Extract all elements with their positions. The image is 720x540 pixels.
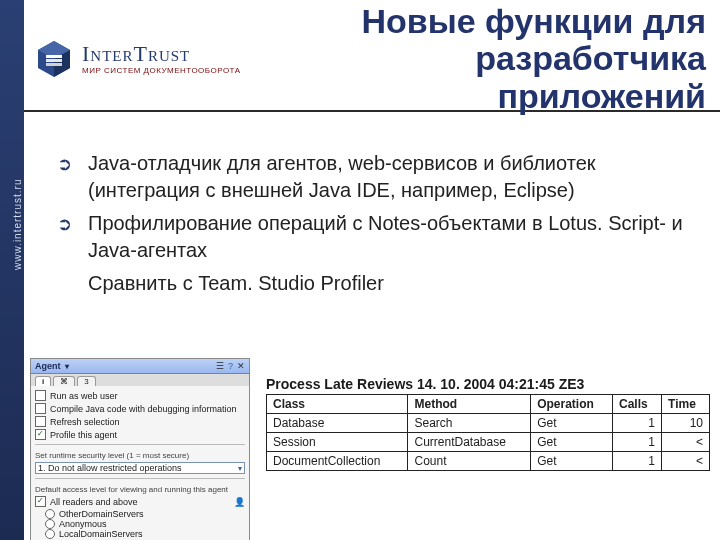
cell-operation: Get [531, 452, 613, 471]
bullet-sub-note: Сравнить с Team. Studio Profiler [88, 270, 700, 297]
row-compile-java-debug[interactable]: Compile Java code with debugging informa… [35, 403, 245, 414]
agent-properties-panel: Agent ▾ ☰ ? ✕ i ⌘ 3 Run as web user Comp… [30, 358, 250, 540]
svg-rect-3 [46, 55, 62, 58]
readers-list: OtherDomainServers Anonymous LocalDomain… [35, 509, 245, 539]
intertrust-logo-icon [34, 39, 74, 79]
title-line-1: Новые функции для [361, 2, 706, 40]
cell-time: 10 [662, 414, 710, 433]
col-operation: Operation [531, 395, 613, 414]
row-profile-this-agent[interactable]: Profile this agent [35, 429, 245, 440]
col-time: Time [662, 395, 710, 414]
checkbox-label: Compile Java code with debugging informa… [50, 404, 237, 414]
profiler-output: Process Late Reviews 14. 10. 2004 04:21:… [266, 376, 710, 471]
row-all-readers[interactable]: All readers and above👤 [35, 496, 245, 507]
cell-calls: 1 [613, 414, 662, 433]
slide-title: Новые функции для разработчика приложени… [289, 3, 720, 115]
checkbox-label: Profile this agent [50, 430, 117, 440]
profiler-table: Class Method Operation Calls Time Databa… [266, 394, 710, 471]
bullet-list: ➲ Java-отладчик для агентов, web-сервисо… [54, 150, 700, 297]
cell-class: Session [267, 433, 408, 452]
checkbox-label: Run as web user [50, 391, 118, 401]
title-line-2: разработчика приложений [475, 39, 706, 114]
tab-options[interactable]: ⌘ [53, 376, 75, 386]
cell-class: Database [267, 414, 408, 433]
col-calls: Calls [613, 395, 662, 414]
security-level-value: 1. Do not allow restricted operations [38, 463, 182, 473]
help-icon[interactable]: ☰ [216, 361, 224, 371]
slide-body: ➲ Java-отладчик для агентов, web-сервисо… [54, 150, 700, 297]
bullet-1-text: Java-отладчик для агентов, web-сервисов … [88, 150, 700, 204]
slide-root: www.intertrust.ru InterTrust МИР СИСТЕМ … [0, 0, 720, 540]
bullet-2: ➲ Профилирование операций с Notes-объект… [54, 210, 700, 264]
chevron-down-icon: ▾ [238, 464, 242, 473]
side-url-strip: www.intertrust.ru [0, 0, 24, 540]
panel-tabs: i ⌘ 3 [31, 374, 249, 386]
logo-text: InterTrust МИР СИСТЕМ ДОКУМЕНТООБОРОТА [82, 43, 241, 75]
cell-operation: Get [531, 414, 613, 433]
bullet-glyph-icon: ➲ [54, 210, 74, 264]
bullet-2-text: Профилирование операций с Notes-объектам… [88, 210, 700, 264]
side-url: www.intertrust.ru [12, 179, 23, 270]
checkbox-label: Refresh selection [50, 417, 120, 427]
panel-body: Run as web user Compile Java code with d… [31, 386, 249, 540]
row-refresh-selection[interactable]: Refresh selection [35, 416, 245, 427]
slide-header: InterTrust МИР СИСТЕМ ДОКУМЕНТООБОРОТА Н… [24, 8, 720, 112]
profiler-title: Process Late Reviews 14. 10. 2004 04:21:… [266, 376, 710, 392]
svg-rect-4 [46, 59, 62, 62]
cell-calls: 1 [613, 452, 662, 471]
chevron-down-icon[interactable]: ▾ [65, 362, 69, 371]
svg-rect-5 [46, 63, 62, 66]
list-item[interactable]: Anonymous [45, 519, 245, 529]
cell-method: Count [408, 452, 531, 471]
list-item[interactable]: LocalDomainServers [45, 529, 245, 539]
panel-titlebar: Agent ▾ ☰ ? ✕ [31, 359, 249, 374]
bullet-1: ➲ Java-отладчик для агентов, web-сервисо… [54, 150, 700, 204]
table-header: Class Method Operation Calls Time [267, 395, 710, 414]
bullet-glyph-icon: ➲ [54, 150, 74, 204]
table-row: DocumentCollection Count Get 1 < [267, 452, 710, 471]
logo-sub: МИР СИСТЕМ ДОКУМЕНТООБОРОТА [82, 67, 241, 75]
tab-security[interactable]: 3 [77, 376, 95, 386]
logo-main: InterTrust [82, 43, 241, 65]
cell-calls: 1 [613, 433, 662, 452]
list-item[interactable]: OtherDomainServers [45, 509, 245, 519]
section-rights-label: Default access level for viewing and run… [35, 485, 245, 494]
help-icon[interactable]: ? [228, 361, 233, 371]
table-row: Database Search Get 1 10 [267, 414, 710, 433]
table-row: Session CurrentDatabase Get 1 < [267, 433, 710, 452]
radio-label: OtherDomainServers [59, 509, 144, 519]
cell-class: DocumentCollection [267, 452, 408, 471]
cell-operation: Get [531, 433, 613, 452]
people-icon[interactable]: 👤 [234, 497, 245, 507]
cell-time: < [662, 433, 710, 452]
radio-label: LocalDomainServers [59, 529, 143, 539]
tab-basics[interactable]: i [35, 376, 51, 386]
panel-title-text: Agent [35, 361, 61, 371]
security-level-select[interactable]: 1. Do not allow restricted operations ▾ [35, 462, 245, 474]
col-class: Class [267, 395, 408, 414]
close-icon[interactable]: ✕ [237, 361, 245, 371]
figures-row: Agent ▾ ☰ ? ✕ i ⌘ 3 Run as web user Comp… [30, 358, 710, 540]
logo-area: InterTrust МИР СИСТЕМ ДОКУМЕНТООБОРОТА [24, 39, 289, 79]
section-security-label: Set runtime security level (1 = most sec… [35, 451, 245, 460]
cell-time: < [662, 452, 710, 471]
row-run-as-web-user[interactable]: Run as web user [35, 390, 245, 401]
cell-method: Search [408, 414, 531, 433]
checkbox-label: All readers and above [50, 497, 138, 507]
radio-label: Anonymous [59, 519, 107, 529]
cell-method: CurrentDatabase [408, 433, 531, 452]
col-method: Method [408, 395, 531, 414]
